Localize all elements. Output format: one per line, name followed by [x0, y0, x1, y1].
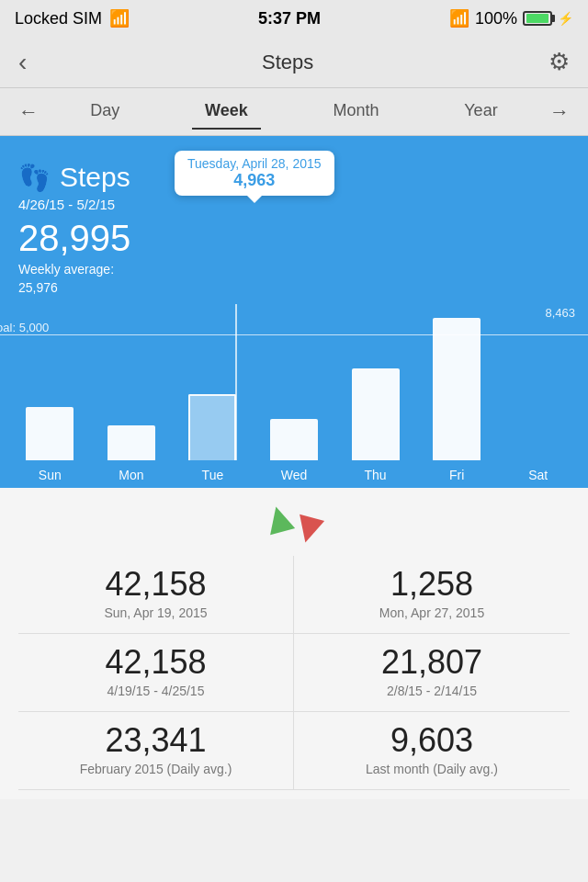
- stat-value: 23,341: [28, 721, 284, 760]
- bar-fri[interactable]: [433, 318, 481, 460]
- bar-sun[interactable]: [26, 407, 74, 460]
- down-arrow-icon: [293, 514, 324, 546]
- tooltip-date: Tuesday, April 28, 2015: [187, 156, 322, 171]
- stats-grid: 42,158Sun, Apr 19, 20151,258Mon, Apr 27,…: [18, 556, 570, 790]
- next-period-button[interactable]: →: [540, 100, 579, 124]
- stat-value: 42,158: [28, 643, 284, 682]
- bar-wed[interactable]: [270, 419, 318, 460]
- status-time: 5:37 PM: [258, 9, 321, 28]
- bar-col-fri: [433, 309, 481, 460]
- bars-row: [9, 309, 579, 460]
- bars-labels: SunMonTueWedThuFriSat: [9, 468, 579, 482]
- stat-value: 1,258: [303, 565, 560, 604]
- avg-label: Weekly average:: [18, 262, 114, 277]
- status-right-area: 📶 100% ⚡: [449, 8, 573, 28]
- chart-tooltip: Tuesday, April 28, 2015 4,963: [175, 151, 334, 196]
- status-carrier-area: Locked SIM 📶: [15, 8, 130, 28]
- bar-col-sun: [26, 309, 74, 460]
- status-bar: Locked SIM 📶 5:37 PM 📶 100% ⚡: [0, 0, 588, 37]
- bar-label-thu: Thu: [352, 468, 400, 482]
- stat-label: Last month (Daily avg.): [303, 762, 560, 776]
- avg-value: 25,976: [18, 280, 58, 295]
- tooltip-value: 4,963: [187, 171, 322, 190]
- stat-label: February 2015 (Daily avg.): [28, 762, 284, 776]
- bar-mon[interactable]: [107, 425, 155, 460]
- selected-line: [235, 304, 237, 460]
- stat-label: 4/19/15 - 4/25/15: [28, 684, 284, 698]
- bar-thu[interactable]: [352, 368, 400, 460]
- settings-button[interactable]: ⚙: [548, 48, 570, 76]
- bar-label-sat: Sat: [514, 468, 562, 482]
- bar-tue[interactable]: [188, 394, 236, 460]
- wifi-icon: 📶: [109, 8, 130, 28]
- stat-cell: 1,258Mon, Apr 27, 2015: [294, 556, 570, 634]
- bar-col-mon: [107, 309, 155, 460]
- stats-section: 42,158Sun, Apr 19, 20151,258Mon, Apr 27,…: [0, 488, 588, 799]
- stat-cell: 21,8072/8/15 - 2/14/15: [294, 634, 570, 712]
- tab-year[interactable]: Year: [451, 94, 510, 130]
- chart-avg: Weekly average: 25,976: [18, 261, 570, 297]
- bluetooth-icon: 📶: [449, 8, 469, 28]
- nav-bar: ‹ Steps ⚙: [0, 37, 588, 88]
- period-tabs: Day Week Month Year: [48, 94, 540, 130]
- stat-cell: 9,603Last month (Daily avg.): [294, 712, 570, 790]
- chart-bars-container: 8,463 Goal: 5,000 SunMonTueWedThuFriSat: [0, 304, 588, 488]
- stat-cell: 42,1584/19/15 - 4/25/15: [18, 634, 294, 712]
- chart-total: 28,995: [18, 218, 570, 259]
- stat-value: 42,158: [28, 565, 284, 604]
- charge-icon: ⚡: [558, 11, 573, 26]
- stat-value: 21,807: [303, 643, 560, 682]
- period-bar: ← Day Week Month Year →: [0, 88, 588, 136]
- stat-label: Sun, Apr 19, 2015: [28, 605, 284, 620]
- up-arrow-icon: [264, 503, 295, 535]
- tab-week[interactable]: Week: [192, 94, 261, 130]
- bar-label-sun: Sun: [26, 468, 74, 482]
- stat-label: Mon, Apr 27, 2015: [303, 605, 560, 620]
- bar-col-thu: [352, 309, 400, 460]
- trend-arrows: [18, 506, 570, 543]
- bar-label-tue: Tue: [188, 468, 236, 482]
- bar-label-fri: Fri: [433, 468, 481, 482]
- battery-icon: [523, 11, 552, 26]
- stat-value: 9,603: [303, 721, 560, 760]
- battery-percent: 100%: [475, 9, 517, 28]
- chart-area: Tuesday, April 28, 2015 4,963 👣 Steps 4/…: [0, 136, 588, 488]
- stat-label: 2/8/15 - 2/14/15: [303, 684, 560, 698]
- stat-cell: 23,341February 2015 (Daily avg.): [18, 712, 294, 790]
- bar-col-tue: [188, 309, 236, 460]
- bar-col-sat: [514, 309, 562, 460]
- bar-label-wed: Wed: [270, 468, 318, 482]
- bar-label-mon: Mon: [107, 468, 155, 482]
- tab-month[interactable]: Month: [321, 94, 392, 130]
- page-title: Steps: [262, 51, 313, 74]
- steps-icon: 👣: [18, 163, 51, 193]
- chart-title: Steps: [60, 162, 130, 193]
- prev-period-button[interactable]: ←: [9, 100, 48, 124]
- bar-col-wed: [270, 309, 318, 460]
- stat-cell: 42,158Sun, Apr 19, 2015: [18, 556, 294, 634]
- tab-day[interactable]: Day: [77, 94, 132, 130]
- chart-date-range: 4/26/15 - 5/2/15: [18, 197, 570, 212]
- carrier-label: Locked SIM: [15, 9, 102, 28]
- back-button[interactable]: ‹: [18, 48, 27, 77]
